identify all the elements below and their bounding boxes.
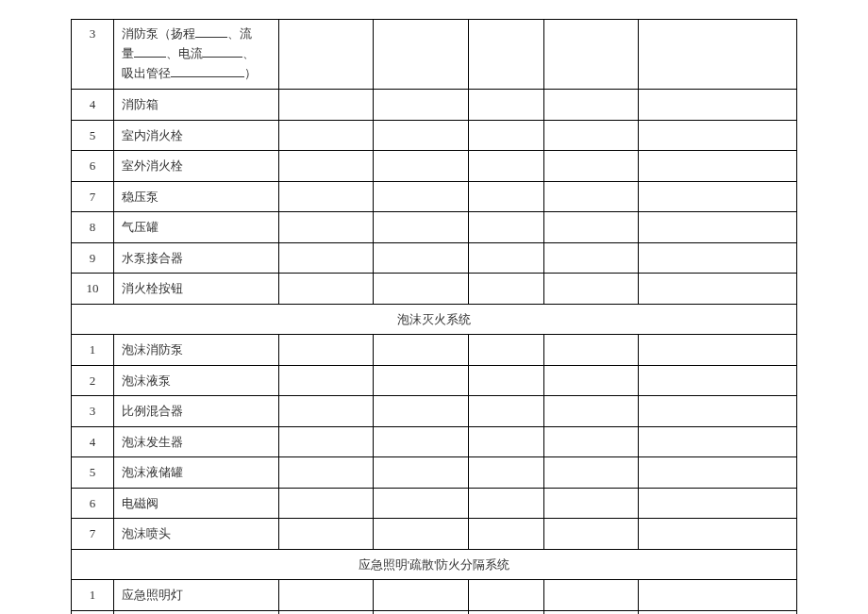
- table-row: 3 比例混合器: [72, 396, 797, 427]
- row-num: 2: [72, 610, 114, 614]
- row-name: 比例混合器: [114, 396, 279, 427]
- row-name: 室内消火栓: [114, 120, 279, 151]
- row-name: 疏散指示灯: [114, 610, 279, 614]
- row-name: 电磁阀: [114, 488, 279, 519]
- table-row: 7 稳压泵: [72, 181, 797, 212]
- equipment-table: 3 消防泵（扬程、流 量、电流、 吸出管径） 4 消防箱 5 室内消火栓 6 室…: [71, 19, 797, 614]
- section-header-emergency: 应急照明'疏散'防火分隔系统: [72, 549, 797, 580]
- table-row: 6 室外消火栓: [72, 151, 797, 182]
- table-row: 10 消火栓按钮: [72, 274, 797, 305]
- row-num: 6: [72, 488, 114, 519]
- table-row: 8 气压罐: [72, 212, 797, 243]
- row-name: 消防箱: [114, 90, 279, 121]
- row-name: 消火栓按钮: [114, 274, 279, 305]
- row-name: 稳压泵: [114, 181, 279, 212]
- table-row: 2 泡沫液泵: [72, 365, 797, 396]
- row-num: 4: [72, 90, 114, 121]
- table-row: 2 疏散指示灯: [72, 610, 797, 614]
- table-row: 6 电磁阀: [72, 488, 797, 519]
- table-row: 1 应急照明灯: [72, 580, 797, 611]
- row-name: 气压罐: [114, 212, 279, 243]
- row-num: 9: [72, 242, 114, 274]
- table-row: 7 泡沫喷头: [72, 519, 797, 550]
- section-title: 应急照明'疏散'防火分隔系统: [72, 549, 797, 580]
- table-row: 4 泡沫发生器: [72, 426, 797, 457]
- table-row: 4 消防箱: [72, 90, 797, 121]
- row-num: 3: [72, 20, 114, 90]
- row-name: 泡沫消防泵: [114, 335, 279, 366]
- row-num: 2: [72, 365, 114, 396]
- table-row: 9 水泵接合器: [72, 242, 797, 274]
- table-row: 3 消防泵（扬程、流 量、电流、 吸出管径）: [72, 20, 797, 90]
- row-name: 室外消火栓: [114, 151, 279, 182]
- row-num: 4: [72, 426, 114, 457]
- row-num: 3: [72, 396, 114, 427]
- row-num: 7: [72, 181, 114, 212]
- section-title: 泡沫灭火系统: [72, 304, 797, 335]
- row-name: 泡沫液储罐: [114, 457, 279, 489]
- row-name: 应急照明灯: [114, 580, 279, 611]
- row-num: 10: [72, 274, 114, 305]
- row-num: 6: [72, 151, 114, 182]
- row-num: 7: [72, 519, 114, 550]
- row-num: 1: [72, 335, 114, 366]
- row-num: 5: [72, 457, 114, 489]
- row-name: 水泵接合器: [114, 242, 279, 274]
- row-name: 泡沫喷头: [114, 519, 279, 550]
- table-row: 5 泡沫液储罐: [72, 457, 797, 489]
- section-header-foam: 泡沫灭火系统: [72, 304, 797, 335]
- table-row: 1 泡沫消防泵: [72, 335, 797, 366]
- row-name: 泡沫发生器: [114, 426, 279, 457]
- row-num: 5: [72, 120, 114, 151]
- row-num: 8: [72, 212, 114, 243]
- row-num: 1: [72, 580, 114, 611]
- row-name: 泡沫液泵: [114, 365, 279, 396]
- row-name: 消防泵（扬程、流 量、电流、 吸出管径）: [114, 20, 279, 90]
- table-row: 5 室内消火栓: [72, 120, 797, 151]
